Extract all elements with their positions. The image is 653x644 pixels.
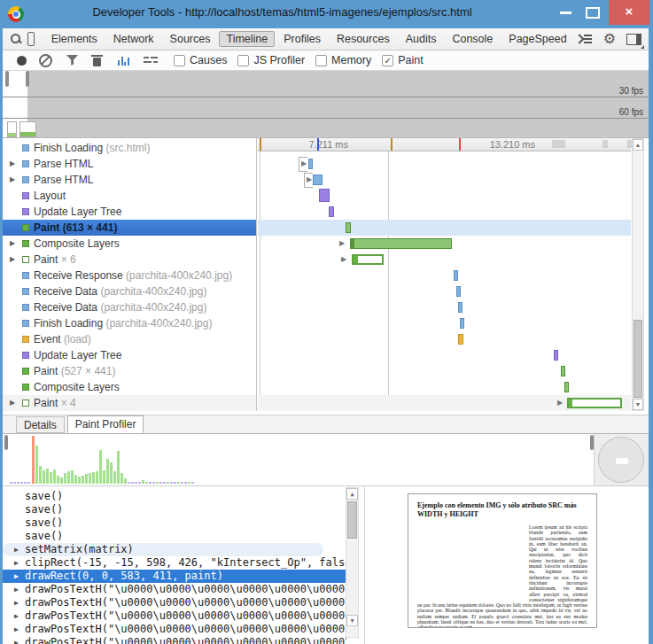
timeline-bar[interactable] [567,398,622,408]
paint-log-row[interactable]: ▶drawPosTextH("\u0000\u0000\u0000\u0000\… [3,609,346,623]
minimize-button[interactable] [560,12,571,14]
close-button[interactable]: × [609,0,649,25]
expand-arrow-icon[interactable]: ▶ [10,172,19,188]
timeline-record-row[interactable]: ▶Paint × 4 [3,395,256,411]
expand-arrow-icon[interactable]: ▶ [301,159,307,167]
timeline-bar[interactable] [319,189,330,202]
expand-arrow-icon[interactable]: ▶ [341,255,346,263]
record-icon[interactable] [17,56,27,66]
checkbox-box-memory[interactable] [315,55,327,66]
expand-arrow-icon[interactable]: ▶ [14,583,19,596]
expand-arrow-icon[interactable]: ▶ [14,623,19,636]
timeline-bar[interactable] [458,302,463,313]
paint-log-row[interactable]: save() [3,503,346,516]
expand-arrow-icon[interactable]: ▶ [10,395,19,411]
expand-arrow-icon[interactable]: ▶ [339,239,345,247]
paint-profiler-strip[interactable] [3,434,649,486]
graph-scrollbar[interactable]: ▲ ▼ [632,138,644,411]
scroll-thumb[interactable] [634,320,642,398]
timeline-bar[interactable] [458,334,463,345]
clear-icon[interactable] [39,54,52,67]
expand-arrow-icon[interactable]: ▶ [14,636,19,644]
timeline-bar[interactable] [561,366,565,376]
selection-left-handle[interactable] [5,71,9,87]
expand-arrow-icon[interactable]: ▶ [557,399,563,407]
checkbox-js-profiler[interactable]: JS Profiler [237,54,305,66]
timeline-record-row[interactable]: Receive Response (parchita-400x240.jpg) [3,268,256,283]
expand-arrow-icon[interactable]: ▶ [10,236,19,252]
panel-tab-audits[interactable]: Audits [399,31,444,47]
checkbox-box-causes[interactable] [174,55,185,66]
paint-log-row[interactable]: ▶drawPosTextH("\u0000\u0000\u0000\u0000\… [3,596,346,609]
frame-bar-0[interactable] [7,121,17,137]
timeline-record-row[interactable]: Paint (613 × 441) [3,220,256,236]
expand-arrow-icon[interactable]: ▶ [10,156,19,172]
panel-tab-profiles[interactable]: Profiles [276,31,328,47]
timeline-record-row[interactable]: Update Layer Tree [3,204,256,220]
log-scroll-up-button[interactable]: ▲ [346,488,358,500]
timeline-bar[interactable] [346,222,351,233]
log-scroll-thumb[interactable] [347,501,357,539]
panel-tab-timeline[interactable]: Timeline [219,31,275,47]
selection-right-handle[interactable] [26,71,29,87]
panel-tab-network[interactable]: Network [106,31,161,47]
expand-arrow-icon[interactable]: ▶ [14,609,19,623]
bar-chart-mode-icon[interactable] [118,55,130,66]
timeline-overview[interactable]: 30 fps 60 fps [3,71,649,138]
timeline-record-row[interactable]: Layout [3,188,256,204]
paint-log-row[interactable]: save() [3,530,346,543]
timeline-bar[interactable] [554,350,558,361]
console-drawer-icon[interactable] [575,33,593,45]
panel-tab-resources[interactable]: Resources [330,31,397,47]
panel-tab-elements[interactable]: Elements [44,31,105,47]
expand-arrow-icon[interactable]: ▶ [14,596,19,609]
timeline-bar[interactable] [460,318,464,329]
drawer-tab-details[interactable]: Details [16,416,65,433]
checkbox-memory[interactable]: Memory [315,54,371,66]
profiler-pie-chart[interactable] [598,437,644,483]
checkbox-causes[interactable]: Causes [174,54,227,66]
paint-log-row[interactable]: save() [3,516,346,530]
timeline-bar[interactable] [329,206,334,217]
panel-tab-pagespeed[interactable]: PageSpeed [501,31,573,47]
timeline-record-row[interactable]: Finish Loading (src.html) [3,140,256,156]
panel-tab-sources[interactable]: Sources [163,31,218,47]
device-emulation-icon[interactable] [27,32,35,46]
timeline-record-row[interactable]: Receive Data (parchita-400x240.jpg) [3,283,256,299]
paint-log-row[interactable]: ▶drawPosTextH("\u0000\u0000\u0000\u0000\… [3,583,346,596]
timeline-record-row[interactable]: Event (load) [3,331,256,347]
log-scrollbar[interactable]: ▲ ▼ [346,487,359,638]
frames-mode-icon[interactable] [144,56,158,65]
filter-icon[interactable] [66,55,78,66]
search-icon[interactable] [9,32,19,46]
paint-log-row[interactable]: ▶drawPosTextH("\u0000\u0000\u0000\u0000\… [3,623,346,636]
log-scroll-down-button[interactable]: ▼ [346,615,358,626]
timeline-record-row[interactable]: Update Layer Tree [3,347,256,363]
timeline-bar[interactable] [313,175,323,185]
timeline-bar[interactable] [454,270,458,281]
timeline-record-row[interactable]: Finish Loading (parchita-400x240.jpg) [3,315,256,331]
expand-arrow-icon[interactable]: ▶ [307,175,312,183]
paint-log-row[interactable]: save() [3,490,346,503]
timeline-record-row[interactable]: Composite Layers [3,379,256,395]
expand-arrow-icon[interactable]: ▶ [14,556,19,570]
timeline-bar[interactable] [352,254,384,265]
timeline-bar[interactable] [456,286,461,297]
frame-bar-1[interactable] [19,121,36,137]
timeline-record-row[interactable]: Paint (527 × 441) [3,363,256,379]
checkbox-box-paint[interactable]: ✓ [382,55,393,66]
scroll-up-button[interactable]: ▲ [633,139,643,151]
paint-log-row[interactable]: ▶clipRect(-15, -15, 598, 426, "kIntersec… [3,556,346,570]
panel-tab-console[interactable]: Console [445,31,500,47]
paint-log-row[interactable]: ▶drawRect(0, 0, 583, 411, paint) [3,570,346,583]
expand-arrow-icon[interactable]: ▶ [14,570,19,583]
paint-log-row[interactable]: ▶drawPosTextH("\u0000\u0000\u0000\u0000\… [3,636,346,644]
timeline-bar[interactable] [308,159,313,169]
timeline-bar[interactable] [350,238,452,249]
dock-side-icon[interactable] [626,34,641,45]
trash-icon[interactable] [93,58,101,66]
checkbox-box-js-profiler[interactable] [237,55,249,66]
timeline-record-row[interactable]: Receive Data (parchita-400x240.jpg) [3,299,256,315]
timeline-record-row[interactable]: ▶Parse HTML [3,172,256,188]
checkbox-paint[interactable]: ✓Paint [382,54,424,66]
